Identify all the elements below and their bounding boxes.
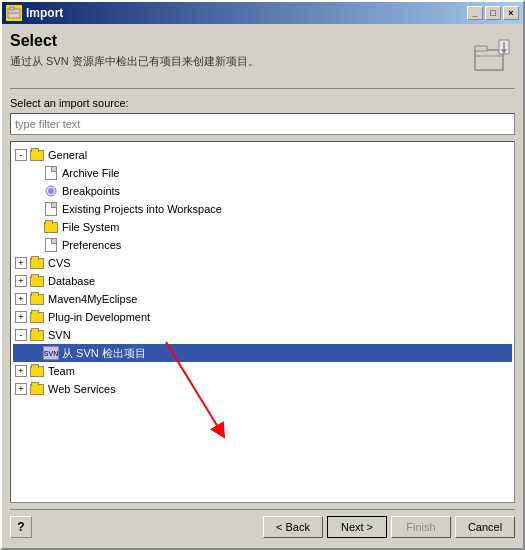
title-bar-left: Import <box>6 5 63 21</box>
folder-icon-webservices <box>29 381 45 397</box>
tree-item-preferences[interactable]: Preferences <box>13 236 512 254</box>
tree-item-svn[interactable]: - SVN <box>13 326 512 344</box>
folder-icon-general <box>29 147 45 163</box>
folder-icon-filesystem <box>43 219 59 235</box>
svn-item-icon: SVN <box>43 345 59 361</box>
svg-rect-4 <box>475 46 487 51</box>
tree-item-cvs[interactable]: + CVS <box>13 254 512 272</box>
filter-input[interactable] <box>10 113 515 135</box>
page-title: Select <box>10 32 467 50</box>
page-subtitle: 通过从 SVN 资源库中检出已有项目来创建新项目。 <box>10 54 467 69</box>
tree-item-archive[interactable]: Archive File <box>13 164 512 182</box>
expand-webservices[interactable]: + <box>15 383 27 395</box>
tree-item-maven[interactable]: + Maven4MyEclipse <box>13 290 512 308</box>
folder-icon-maven <box>29 291 45 307</box>
expand-cvs[interactable]: + <box>15 257 27 269</box>
header-text: Select 通过从 SVN 资源库中检出已有项目来创建新项目。 <box>10 32 467 69</box>
tree-label-cvs: CVS <box>48 257 71 269</box>
tree-item-svncheckout[interactable]: SVN 从 SVN 检出项目 <box>13 344 512 362</box>
cancel-button[interactable]: Cancel <box>455 516 515 538</box>
expand-team[interactable]: + <box>15 365 27 377</box>
main-panel: Select an import source: - General <box>10 97 515 503</box>
title-bar-buttons: _ □ × <box>467 6 519 20</box>
svg-point-10 <box>48 188 54 194</box>
filter-label: Select an import source: <box>10 97 515 109</box>
import-window: Import _ □ × Select 通过从 SVN 资源库中检出已有项目来创… <box>0 0 525 550</box>
content-area: Select 通过从 SVN 资源库中检出已有项目来创建新项目。 Select … <box>2 24 523 548</box>
tree-label-team: Team <box>48 365 75 377</box>
expand-plugin[interactable]: + <box>15 311 27 323</box>
tree-label-filesystem: File System <box>62 221 119 233</box>
expand-general[interactable]: - <box>15 149 27 161</box>
tree-item-team[interactable]: + Team <box>13 362 512 380</box>
tree-label-svncheckout: 从 SVN 检出项目 <box>62 346 146 361</box>
tree-item-filesystem[interactable]: File System <box>13 218 512 236</box>
expand-svn[interactable]: - <box>15 329 27 341</box>
folder-icon-cvs <box>29 255 45 271</box>
folder-icon-team <box>29 363 45 379</box>
finish-button[interactable]: Finish <box>391 516 451 538</box>
window-icon <box>6 5 22 21</box>
tree-label-database: Database <box>48 275 95 287</box>
expand-database[interactable]: + <box>15 275 27 287</box>
window-title: Import <box>26 6 63 20</box>
tree-label-archive: Archive File <box>62 167 119 179</box>
tree-label-preferences: Preferences <box>62 239 121 251</box>
tree-item-general[interactable]: - General <box>13 146 512 164</box>
tree-label-maven: Maven4MyEclipse <box>48 293 137 305</box>
maximize-button[interactable]: □ <box>485 6 501 20</box>
file-icon-breakpoints <box>43 183 59 199</box>
tree-item-webservices[interactable]: + Web Services <box>13 380 512 398</box>
back-button[interactable]: < Back <box>263 516 323 538</box>
tree-label-general: General <box>48 149 87 161</box>
minimize-button[interactable]: _ <box>467 6 483 20</box>
import-icon <box>471 36 511 76</box>
header-icon <box>467 32 515 80</box>
folder-icon-svn <box>29 327 45 343</box>
tree-label-svn: SVN <box>48 329 71 341</box>
folder-icon-database <box>29 273 45 289</box>
nav-buttons: < Back Next > Finish Cancel <box>263 516 515 538</box>
header-section: Select 通过从 SVN 资源库中检出已有项目来创建新项目。 <box>10 32 515 89</box>
tree-item-breakpoints[interactable]: Breakpoints <box>13 182 512 200</box>
tree-label-plugin: Plug-in Development <box>48 311 150 323</box>
tree-label-breakpoints: Breakpoints <box>62 185 120 197</box>
tree-container[interactable]: - General Archive File <box>10 141 515 503</box>
tree-item-plugin[interactable]: + Plug-in Development <box>13 308 512 326</box>
file-icon-existing <box>43 201 59 217</box>
tree-label-webservices: Web Services <box>48 383 116 395</box>
next-button[interactable]: Next > <box>327 516 387 538</box>
title-bar: Import _ □ × <box>2 2 523 24</box>
tree-label-existing: Existing Projects into Workspace <box>62 203 222 215</box>
folder-icon-plugin <box>29 309 45 325</box>
help-button[interactable]: ? <box>10 516 32 538</box>
expand-maven[interactable]: + <box>15 293 27 305</box>
close-button[interactable]: × <box>503 6 519 20</box>
button-bar: ? < Back Next > Finish Cancel <box>10 509 515 540</box>
tree-item-database[interactable]: + Database <box>13 272 512 290</box>
file-icon-preferences <box>43 237 59 253</box>
svg-rect-1 <box>10 7 14 10</box>
tree-item-existing[interactable]: Existing Projects into Workspace <box>13 200 512 218</box>
file-icon-archive <box>43 165 59 181</box>
